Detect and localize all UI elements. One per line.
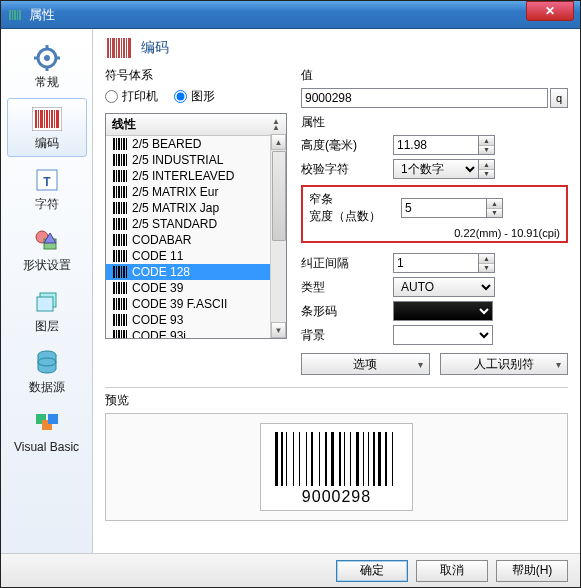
svg-rect-113 [126,314,127,326]
scroll-up-button[interactable]: ▲ [271,134,286,150]
narrow-bar-spinner[interactable]: ▲▼ [487,198,503,218]
list-item[interactable]: CODE 11 [106,248,286,264]
list-item[interactable]: CODE 39 [106,280,286,296]
svg-rect-47 [126,138,127,150]
close-button[interactable]: ✕ [526,1,574,21]
list-item[interactable]: 2/5 INDUSTRIAL [106,152,286,168]
svg-rect-94 [123,266,125,278]
sidebar-item-encoding[interactable]: 编码 [7,98,87,157]
section-header: 编码 [105,37,568,59]
narrow-bar-highlight: 窄条宽度（点数） ▲▼ 0.22(mm) - 10.91(cpi) [301,185,568,243]
properties-label: 属性 [301,114,568,131]
options-button[interactable]: 选项 [301,353,430,375]
svg-rect-66 [113,202,115,214]
list-item[interactable]: 2/5 INTERLEAVED [106,168,286,184]
svg-rect-98 [118,282,120,294]
svg-rect-37 [118,38,120,58]
svg-rect-42 [113,138,115,150]
sidebar-item-layer[interactable]: 图层 [7,281,87,340]
barcode-color-label: 条形码 [301,303,393,320]
svg-rect-20 [56,110,59,128]
svg-rect-52 [123,154,125,166]
correction-input[interactable] [393,253,479,273]
svg-rect-38 [121,38,122,58]
list-item[interactable]: 2/5 STANDARD [106,216,286,232]
sidebar-item-vb[interactable]: Visual Basic [7,403,87,459]
list-item[interactable]: 2/5 MATRIX Jap [106,200,286,216]
list-item[interactable]: CODE 93 [106,312,286,328]
check-char-spinner[interactable]: ▲▼ [479,159,495,179]
svg-point-6 [44,55,50,61]
svg-rect-0 [9,10,11,20]
window-icon [7,7,23,23]
list-item[interactable]: CODABAR [106,232,286,248]
list-item[interactable]: 2/5 BEARED [106,136,286,152]
svg-rect-4 [19,10,21,20]
svg-rect-45 [121,138,122,150]
separator [105,387,568,388]
sidebar-item-label: 字符 [35,196,59,213]
svg-rect-70 [123,202,125,214]
svg-rect-85 [116,250,117,262]
list-item[interactable]: CODE 93i [106,328,286,339]
sidebar-item-datasource[interactable]: 数据源 [7,342,87,401]
sidebar-item-character[interactable]: T 字符 [7,159,87,218]
svg-rect-102 [113,298,115,310]
svg-rect-61 [116,186,117,198]
value-input[interactable] [301,88,548,108]
svg-rect-40 [126,38,127,58]
svg-rect-14 [40,110,43,128]
type-select[interactable]: AUTO [393,277,495,297]
scroll-down-button[interactable]: ▼ [271,322,286,338]
background-color-select[interactable] [393,325,493,345]
svg-rect-57 [121,170,122,182]
help-button[interactable]: 帮助(H) [496,560,568,582]
narrow-bar-input[interactable] [401,198,487,218]
sidebar-item-general[interactable]: 常规 [7,37,87,96]
svg-rect-83 [126,234,127,246]
human-readable-button[interactable]: 人工识别符 [440,353,569,375]
correction-label: 纠正间隔 [301,255,393,272]
radio-graphic[interactable]: 图形 [174,88,215,105]
svg-text:T: T [43,175,51,189]
radio-printer[interactable]: 打印机 [105,88,158,105]
gear-icon [31,44,63,72]
barcode-color-select[interactable] [393,301,493,321]
svg-rect-108 [113,314,115,326]
sidebar-item-label: Visual Basic [14,440,79,454]
height-spinner[interactable]: ▲▼ [479,135,495,155]
list-header[interactable]: 线性 ▲▲ [106,114,286,136]
svg-rect-111 [121,314,122,326]
svg-rect-77 [126,218,127,230]
value-lookup-button[interactable]: q [550,88,568,108]
svg-rect-36 [116,38,117,58]
correction-spinner[interactable]: ▲▼ [479,253,495,273]
background-color-label: 背景 [301,327,393,344]
check-char-select[interactable]: 1个数字 [393,159,479,179]
svg-rect-93 [121,266,122,278]
list-item[interactable]: CODE 39 F.ASCII [106,296,286,312]
svg-rect-55 [116,170,117,182]
svg-rect-63 [121,186,122,198]
svg-rect-90 [113,266,115,278]
cancel-button[interactable]: 取消 [416,560,488,582]
svg-rect-56 [118,170,120,182]
scrollbar[interactable]: ▲ ▼ [270,134,286,338]
window-title: 属性 [29,6,526,24]
svg-rect-18 [51,110,53,128]
height-input[interactable] [393,135,479,155]
svg-rect-54 [113,170,115,182]
collapse-arrows-icon: ▲▲ [272,119,280,131]
list-item[interactable]: 2/5 MATRIX Eur [106,184,286,200]
svg-rect-107 [126,298,127,310]
svg-rect-105 [121,298,122,310]
symbology-list[interactable]: 线性 ▲▲ 2/5 BEARED2/5 INDUSTRIAL2/5 INTERL… [105,113,287,339]
svg-rect-91 [116,266,117,278]
ok-button[interactable]: 确定 [336,560,408,582]
svg-rect-79 [116,234,117,246]
sidebar-item-shape[interactable]: 形状设置 [7,220,87,279]
svg-rect-69 [121,202,122,214]
list-item[interactable]: CODE 128 [106,264,286,280]
scroll-thumb[interactable] [272,151,286,241]
value-label: 值 [301,67,568,84]
